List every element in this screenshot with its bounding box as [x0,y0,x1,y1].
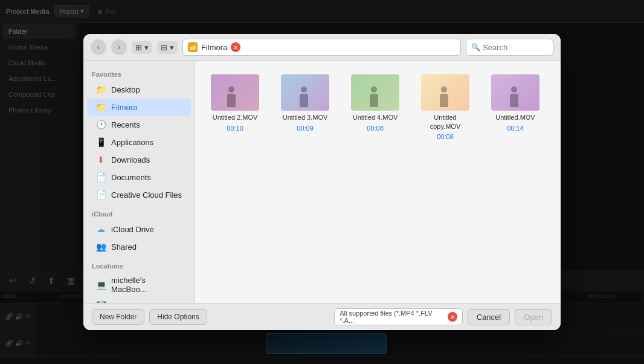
search-icon: 🔍 [471,43,480,51]
creative-cloud-icon: 📄 [95,189,106,200]
search-input[interactable] [483,43,548,52]
sidebar-applications[interactable]: 📱 Applications [87,134,191,151]
icloud-drive-icon: ☁ [95,224,106,235]
sidebar-applications-label: Applications [111,138,153,147]
search-bar: 🔍 [466,39,553,56]
macbook-icon: 💻 [95,279,106,290]
file-item-2[interactable]: Untitled 3.MOV 00:09 [275,71,335,144]
modal-overlay: ‹ › ⊞ ▾ ⊟ ▾ 📁 Filmora ✕ 🔍 [0,0,644,364]
sidebar-macintosh-hd[interactable]: 💽 Macintosh HD [87,297,191,303]
file-name-5: Untitled.MOV [495,113,535,122]
favorites-label: Favorites [83,68,195,80]
list-view-icon: ⊞ [135,43,142,52]
thumb-figure-2 [281,74,329,111]
list-view-chevron: ▾ [144,43,149,52]
grid-view-icon: ⊟ [161,43,167,52]
file-duration-5: 00:14 [507,125,524,132]
open-button[interactable]: Open [515,309,552,325]
file-name-1: Untitled 2.MOV [213,113,258,122]
file-thumbnail-1 [211,74,259,111]
dialog-footer: New Folder Hide Options All supported fi… [83,303,561,330]
sidebar-creative-cloud[interactable]: 📄 Creative Cloud Files [87,186,191,203]
location-clear-button[interactable]: ✕ [231,42,240,52]
dialog-toolbar: ‹ › ⊞ ▾ ⊟ ▾ 📁 Filmora ✕ 🔍 [83,34,561,61]
thumb-figure-1 [211,74,259,111]
file-name-4: Untitled copy.MOV [419,113,472,131]
forward-button[interactable]: › [111,39,127,55]
file-type-selector[interactable]: All supported files (*.MP4 *.FLV *.A... … [334,308,463,325]
sidebar-filmora[interactable]: 📁 Filmora [87,99,191,115]
location-text: Filmora [201,43,227,52]
sidebar-downloads-label: Downloads [111,155,150,164]
sidebar-recents[interactable]: 🕐 Recents [87,116,191,133]
location-folder-icon: 📁 [188,42,198,52]
file-duration-2: 00:09 [297,125,314,132]
file-grid: Untitled 2.MOV 00:10 [205,71,551,144]
sidebar-documents[interactable]: 📄 Documents [87,169,191,186]
file-name-2: Untitled 3.MOV [283,113,328,122]
locations-label: Locations [83,260,195,272]
new-folder-button[interactable]: New Folder [92,309,144,325]
sidebar-filmora-label: Filmora [111,103,137,112]
sidebar-icloud-drive-label: iCloud Drive [111,225,154,234]
applications-icon: 📱 [95,137,106,148]
cancel-button[interactable]: Cancel [468,309,510,325]
thumb-figure-5 [491,74,539,111]
sidebar-shared[interactable]: 👥 Shared [87,238,191,255]
file-item-4[interactable]: Untitled copy.MOV 00:08 [415,71,475,144]
file-grid-area: Untitled 2.MOV 00:10 [195,61,561,303]
file-duration-1: 00:10 [227,125,243,132]
location-bar: 📁 Filmora ✕ [182,39,461,56]
file-type-clear-button[interactable]: ✕ [448,312,457,322]
dialog-sidebar: Favorites 📁 Desktop 📁 Filmora 🕐 Recents … [83,61,195,303]
file-duration-4: 00:08 [437,133,454,140]
sidebar-documents-label: Documents [111,173,151,182]
sidebar-desktop[interactable]: 📁 Desktop [87,81,191,98]
thumb-figure-4 [421,74,469,111]
sidebar-desktop-label: Desktop [111,85,140,94]
file-item-5[interactable]: Untitled.MOV 00:14 [485,71,546,144]
file-dialog: ‹ › ⊞ ▾ ⊟ ▾ 📁 Filmora ✕ 🔍 [83,34,561,330]
file-duration-3: 00:08 [367,125,384,132]
shared-icon: 👥 [95,241,106,252]
view-grid-toggle[interactable]: ⊟ ▾ [157,41,178,54]
hide-options-button[interactable]: Hide Options [149,309,207,325]
sidebar-icloud-drive[interactable]: ☁ iCloud Drive [87,221,191,238]
sidebar-macbook-label: michelle's MacBoo... [111,276,182,294]
sidebar-shared-label: Shared [111,242,137,252]
filmora-folder-icon: 📁 [95,102,106,112]
documents-icon: 📄 [95,172,106,183]
file-thumbnail-4 [421,74,469,111]
file-type-label: All supported files (*.MP4 *.FLV *.A... [340,310,448,324]
dialog-body: Favorites 📁 Desktop 📁 Filmora 🕐 Recents … [83,61,561,303]
file-name-3: Untitled 4.MOV [353,113,398,122]
icloud-label: iCloud [83,208,195,220]
desktop-folder-icon: 📁 [95,84,106,95]
file-thumbnail-5 [491,74,539,111]
sidebar-recents-label: Recents [111,120,140,129]
thumb-figure-3 [351,74,399,111]
downloads-icon: ⬇ [95,154,106,165]
sidebar-creative-cloud-label: Creative Cloud Files [111,190,182,200]
file-item-1[interactable]: Untitled 2.MOV 00:10 [205,71,265,144]
grid-view-chevron: ▾ [170,43,174,52]
file-item-3[interactable]: Untitled 4.MOV 00:08 [345,71,405,144]
file-thumbnail-3 [351,74,399,111]
view-list-toggle[interactable]: ⊞ ▾ [132,41,152,54]
sidebar-macbook[interactable]: 💻 michelle's MacBoo... [87,273,191,297]
file-thumbnail-2 [281,74,329,111]
recents-icon: 🕐 [95,119,106,130]
sidebar-downloads[interactable]: ⬇ Downloads [87,151,191,168]
back-button[interactable]: ‹ [91,39,106,55]
